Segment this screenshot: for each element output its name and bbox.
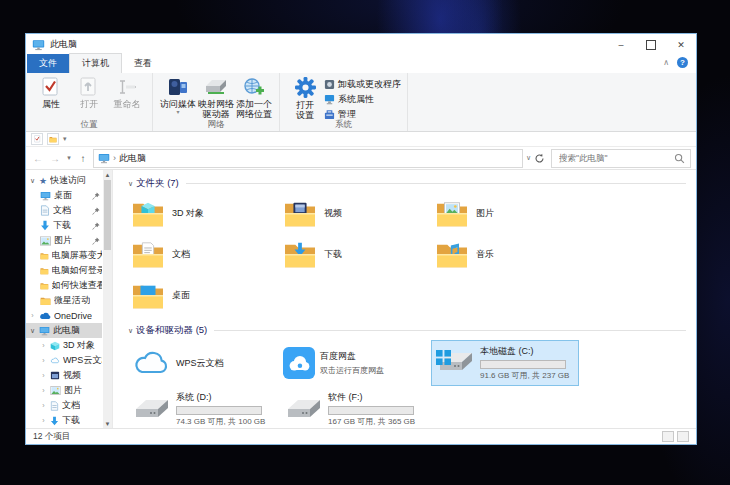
quick-access-toolbar: ▾ bbox=[26, 132, 696, 147]
back-button[interactable]: ← bbox=[31, 153, 45, 164]
drives-section-header[interactable]: ∨ 设备和驱动器 (5) bbox=[127, 324, 692, 337]
scroll-down-icon[interactable]: ▼ bbox=[103, 419, 112, 428]
tab-view[interactable]: 查看 bbox=[122, 54, 164, 73]
sidebar-item-desktop[interactable]: 桌面 bbox=[26, 188, 102, 203]
search-box[interactable] bbox=[551, 149, 691, 168]
chevron-right-icon[interactable]: › bbox=[40, 387, 47, 394]
map-network-drive-button[interactable]: 映射网络 驱动器 bbox=[198, 76, 234, 120]
breadcrumb[interactable]: › 此电脑 bbox=[93, 149, 523, 168]
address-dropdown-caret-icon[interactable]: ∨ bbox=[526, 154, 531, 162]
chevron-right-icon[interactable]: › bbox=[40, 342, 47, 349]
forward-button[interactable]: → bbox=[48, 153, 62, 164]
this-pc-icon bbox=[39, 326, 50, 336]
maximize-button[interactable] bbox=[636, 34, 666, 55]
pin-icon bbox=[92, 237, 102, 245]
sidebar-item-onedrive[interactable]: › OneDrive bbox=[26, 308, 102, 323]
sidebar-item-folder[interactable]: 如何快速查看电 bbox=[26, 278, 102, 293]
chevron-down-icon[interactable]: ∨ bbox=[127, 180, 134, 188]
drive-tile-c[interactable]: 本地磁盘 (C:) 91.6 GB 可用, 共 237 GB bbox=[431, 340, 579, 386]
sidebar-item-folder[interactable]: 电脑屏幕变大变 bbox=[26, 248, 102, 263]
sidebar-item-wps-cloud[interactable]: › WPS云文档 bbox=[26, 353, 102, 368]
drive-tile-wps-cloud[interactable]: WPS云文档 bbox=[127, 340, 275, 386]
ribbon-group-network: 访问媒体 ▾ 映射网络 驱动器 添加一个 网络位置 网络 bbox=[153, 73, 280, 131]
tab-computer[interactable]: 计算机 bbox=[69, 53, 122, 73]
chevron-right-icon[interactable]: › bbox=[29, 312, 36, 319]
details-view-icon[interactable] bbox=[662, 431, 674, 442]
search-icon[interactable] bbox=[674, 153, 685, 164]
sidebar-scrollbar[interactable]: ▲ ▼ bbox=[103, 170, 112, 428]
system-properties-button[interactable]: 系统属性 bbox=[324, 93, 401, 106]
uninstall-button[interactable]: 卸载或更改程序 bbox=[324, 78, 401, 91]
sidebar-item-videos[interactable]: › 视频 bbox=[26, 368, 102, 383]
folder-desktop-icon bbox=[131, 281, 165, 311]
breadcrumb-path: 此电脑 bbox=[119, 152, 146, 165]
drive-tile-baidu-netdisk[interactable]: 百度网盘 双击运行百度网盘 bbox=[279, 340, 427, 386]
qat-new-folder-icon[interactable] bbox=[47, 133, 59, 145]
chevron-down-icon[interactable]: ∨ bbox=[127, 327, 134, 335]
section-divider bbox=[214, 330, 686, 331]
address-bar: ← → ▾ ↑ › 此电脑 ∨ bbox=[26, 147, 696, 170]
chevron-right-icon[interactable]: › bbox=[40, 402, 47, 409]
access-media-button[interactable]: 访问媒体 ▾ bbox=[160, 76, 196, 116]
document-icon bbox=[40, 205, 50, 216]
open-settings-button[interactable]: 打开 设置 bbox=[287, 76, 323, 121]
sidebar-item-folder[interactable]: 电脑如何登录CI bbox=[26, 263, 102, 278]
download-arrow-icon bbox=[50, 416, 59, 426]
search-input[interactable] bbox=[557, 152, 674, 164]
chevron-right-icon[interactable]: › bbox=[40, 372, 47, 379]
baidu-netdisk-icon bbox=[283, 347, 315, 379]
close-button[interactable]: ✕ bbox=[666, 34, 696, 55]
sidebar-item-documents[interactable]: 文档 bbox=[26, 203, 102, 218]
help-icon[interactable]: ? bbox=[677, 57, 688, 68]
folder-tile-videos[interactable]: 视频 bbox=[279, 193, 431, 234]
collapse-ribbon-icon[interactable]: ∧ bbox=[663, 58, 669, 67]
sidebar-item-quick-access[interactable]: ∨ ★ 快速访问 bbox=[26, 173, 102, 188]
sidebar-item-this-pc[interactable]: ∨ 此电脑 bbox=[26, 323, 102, 338]
qat-customize-caret-icon[interactable]: ▾ bbox=[63, 135, 67, 143]
properties-button[interactable]: 属性 bbox=[33, 76, 69, 109]
group-label-system: 系统 bbox=[280, 119, 407, 131]
folder-tile-documents[interactable]: 文档 bbox=[127, 234, 279, 275]
folder-tile-music[interactable]: 音乐 bbox=[431, 234, 583, 275]
folders-grid: 3D 对象 视频 图片 文档 下载 bbox=[127, 193, 692, 316]
windows-logo-icon bbox=[436, 350, 451, 365]
folder-tile-desktop[interactable]: 桌面 bbox=[127, 275, 279, 316]
add-network-location-button[interactable]: 添加一个 网络位置 bbox=[236, 76, 272, 120]
folders-section-header[interactable]: ∨ 文件夹 (7) bbox=[127, 177, 692, 190]
up-button[interactable]: ↑ bbox=[76, 153, 90, 164]
sidebar-item-folder[interactable]: 微星活动 bbox=[26, 293, 102, 308]
sidebar-item-3d-objects[interactable]: › 3D 对象 bbox=[26, 338, 102, 353]
sidebar-item-pictures[interactable]: › 图片 bbox=[26, 383, 102, 398]
scroll-up-icon[interactable]: ▲ bbox=[103, 170, 112, 179]
folder-tile-3d-objects[interactable]: 3D 对象 bbox=[127, 193, 279, 234]
drive-tile-d[interactable]: 系统 (D:) 74.3 GB 可用, 共 100 GB bbox=[127, 386, 275, 428]
sidebar-item-documents[interactable]: › 文档 bbox=[26, 398, 102, 413]
refresh-icon[interactable] bbox=[534, 153, 545, 164]
folder-documents-icon bbox=[131, 240, 165, 270]
group-label-network: 网络 bbox=[153, 119, 279, 131]
quick-access-star-icon: ★ bbox=[39, 176, 47, 186]
item-count: 12 个项目 bbox=[33, 431, 70, 443]
sidebar-item-pictures[interactable]: 图片 bbox=[26, 233, 102, 248]
drive-icon bbox=[131, 395, 171, 423]
chevron-down-icon[interactable]: ∨ bbox=[29, 327, 36, 335]
qat-properties-icon[interactable] bbox=[31, 133, 43, 145]
sidebar-item-downloads[interactable]: › 下载 bbox=[26, 413, 102, 428]
drive-tile-f[interactable]: 软件 (F:) 167 GB 可用, 共 365 GB bbox=[279, 386, 427, 428]
onedrive-cloud-icon bbox=[39, 312, 51, 320]
thumbnail-view-icon[interactable] bbox=[677, 431, 689, 442]
folder-tile-pictures[interactable]: 图片 bbox=[431, 193, 583, 234]
document-icon bbox=[50, 401, 59, 411]
sidebar-item-downloads[interactable]: 下载 bbox=[26, 218, 102, 233]
chevron-down-icon[interactable]: ∨ bbox=[29, 177, 36, 185]
minimize-button[interactable]: – bbox=[606, 34, 636, 55]
recent-locations-caret-icon[interactable]: ▾ bbox=[65, 154, 73, 162]
navigation-pane: ∨ ★ 快速访问 桌面 文档 下载 bbox=[26, 170, 113, 428]
chevron-right-icon[interactable]: › bbox=[40, 417, 47, 424]
folder-tile-downloads[interactable]: 下载 bbox=[279, 234, 431, 275]
tab-file[interactable]: 文件 bbox=[27, 54, 69, 73]
scrollbar-thumb[interactable] bbox=[104, 180, 111, 250]
chevron-right-icon[interactable]: › bbox=[40, 357, 47, 364]
add-network-location-icon bbox=[243, 77, 265, 97]
capacity-bar bbox=[480, 360, 566, 369]
